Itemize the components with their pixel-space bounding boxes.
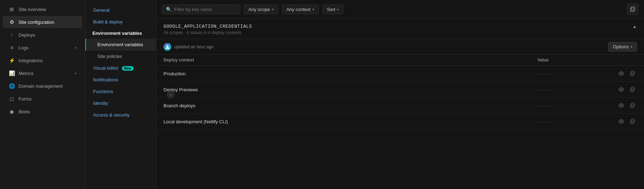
chevron-down-icon: ▾	[75, 71, 76, 75]
sidebar-item-label: Logs	[18, 45, 71, 50]
table-row: Production ·······	[156, 66, 644, 82]
sidebar-item-deploys[interactable]: ↑ Deploys	[3, 29, 82, 41]
updated-text: updated an hour ago	[174, 44, 214, 49]
scope-label: Any scope	[248, 7, 270, 12]
context-dropdown[interactable]: Any context ▾	[282, 5, 319, 14]
copy-all-button[interactable]	[627, 4, 638, 15]
svg-rect-0	[632, 7, 635, 11]
sub-sidebar-item-label: Access & security	[93, 112, 130, 118]
updated-info: updated an hour ago	[163, 43, 214, 51]
avatar	[163, 43, 171, 51]
sidebar-item-site-configuration[interactable]: ⚙ Site configuration	[3, 16, 82, 28]
chevron-down-icon: ▾	[630, 45, 632, 49]
sidebar-item-site-overview[interactable]: ⊞ Site overview	[3, 3, 82, 15]
row-value: ·······	[537, 87, 608, 92]
chevron-down-icon: ▾	[337, 7, 339, 11]
sub-sidebar-item-visual-editor[interactable]: Visual editor New	[85, 62, 156, 74]
sidebar-item-logs[interactable]: ≡ Logs ▾	[3, 42, 82, 54]
context-label: Any context	[286, 7, 311, 12]
sub-sidebar-item-build-deploy[interactable]: Build & deploy	[85, 16, 156, 28]
sidebar-item-metrics[interactable]: 📊 Metrics ▾	[3, 67, 82, 79]
sub-sidebar-item-label: Site policies	[97, 54, 122, 59]
sub-sidebar-item-notifications[interactable]: Notifications	[85, 74, 156, 86]
sub-sidebar-item-site-policies[interactable]: Site policies	[85, 50, 156, 62]
sub-sidebar-item-label: Visual editor	[93, 65, 118, 71]
metrics-icon: 📊	[9, 70, 15, 76]
env-table: Production ·······	[156, 66, 644, 130]
env-var-collapse[interactable]: ▲	[632, 24, 637, 29]
sub-sidebar-item-env-vars[interactable]: Environment variables	[85, 39, 156, 50]
sidebar: ⊞ Site overview ⚙ Site configuration ↑ D…	[0, 0, 85, 189]
sidebar-item-label: Integrations	[18, 58, 76, 63]
row-context: Deploy Previews	[163, 87, 537, 92]
sub-sidebar: General Build & deploy Environment varia…	[85, 0, 156, 189]
eye-icon[interactable]	[617, 101, 626, 110]
search-box[interactable]: 🔍	[162, 5, 240, 14]
deploy-icon: ↑	[9, 32, 15, 38]
svg-rect-11	[630, 104, 633, 108]
copy-icon[interactable]	[628, 69, 637, 78]
svg-rect-4	[632, 71, 634, 75]
chevron-down-icon: ▾	[75, 46, 76, 50]
sub-sidebar-item-functions[interactable]: Functions	[85, 86, 156, 97]
copy-icon[interactable]	[628, 85, 637, 94]
sidebar-collapse-button[interactable]: ‹	[167, 91, 175, 98]
domain-icon: 🌐	[9, 83, 15, 89]
sidebar-item-label: Blobs	[18, 109, 76, 114]
main-content: 🔍 Any scope ▾ Any context ▾ Sort ▾ GOOG	[156, 0, 644, 189]
sub-sidebar-item-general[interactable]: General	[85, 4, 156, 16]
table-header: Deploy context Value	[156, 55, 644, 66]
search-input[interactable]	[174, 7, 231, 12]
integrations-icon: ⚡	[9, 57, 15, 64]
svg-rect-7	[632, 87, 634, 91]
scope-dropdown[interactable]: Any scope ▾	[244, 5, 278, 14]
blobs-icon: ◉	[9, 108, 15, 115]
svg-rect-10	[632, 103, 634, 107]
sub-sidebar-item-label: Notifications	[93, 77, 118, 82]
top-bar: 🔍 Any scope ▾ Any context ▾ Sort ▾	[156, 0, 644, 19]
chevron-down-icon: ▾	[272, 7, 274, 11]
svg-rect-5	[630, 72, 633, 76]
env-meta: All scopes · 4 values in 4 deploy contex…	[163, 30, 252, 35]
env-key-name: GOOGLE_APPLICATION_CREDENTIALS	[163, 24, 252, 29]
row-actions	[608, 101, 637, 110]
sidebar-item-integrations[interactable]: ⚡ Integrations	[3, 54, 82, 66]
svg-point-3	[621, 73, 622, 74]
copy-icon[interactable]	[628, 101, 637, 110]
eye-icon[interactable]	[617, 69, 626, 78]
sub-sidebar-item-access-security[interactable]: Access & security	[85, 109, 156, 121]
row-value: ·······	[537, 71, 608, 76]
sort-dropdown[interactable]: Sort ▾	[322, 5, 344, 14]
env-var-info: GOOGLE_APPLICATION_CREDENTIALS All scope…	[163, 24, 252, 35]
options-label: Options	[613, 44, 629, 49]
eye-icon[interactable]	[617, 117, 626, 126]
table-row: Local development (Netlify CLI) ·······	[156, 114, 644, 130]
sub-sidebar-item-label: Build & deploy	[93, 19, 123, 25]
sub-sidebar-item-label: General	[93, 7, 109, 13]
svg-rect-13	[632, 119, 634, 123]
sub-sidebar-item-identity[interactable]: Identity	[85, 97, 156, 109]
eye-icon[interactable]	[617, 85, 626, 94]
sidebar-item-label: Site configuration	[18, 20, 76, 25]
sidebar-item-domain-management[interactable]: 🌐 Domain management	[3, 80, 82, 92]
svg-point-6	[621, 89, 622, 90]
sidebar-item-forms[interactable]: ◻ Forms	[3, 93, 82, 105]
options-button[interactable]: Options ▾	[608, 42, 637, 52]
chevron-down-icon: ▾	[312, 7, 314, 11]
sidebar-item-label: Forms	[18, 96, 76, 102]
sidebar-item-blobs[interactable]: ◉ Blobs	[3, 106, 82, 118]
new-badge: New	[122, 66, 134, 71]
forms-icon: ◻	[9, 96, 15, 102]
row-value: ·······	[537, 103, 608, 108]
copy-icon[interactable]	[628, 117, 637, 126]
svg-rect-14	[630, 120, 633, 124]
user-avatar-icon	[165, 44, 170, 49]
sort-label: Sort	[327, 7, 336, 12]
row-context: Branch deploys	[163, 103, 537, 108]
sidebar-item-label: Metrics	[18, 71, 71, 76]
row-actions	[608, 85, 637, 94]
svg-rect-8	[630, 88, 633, 92]
logs-icon: ≡	[9, 44, 15, 51]
search-icon: 🔍	[166, 7, 172, 12]
clipboard-icon	[630, 6, 635, 12]
